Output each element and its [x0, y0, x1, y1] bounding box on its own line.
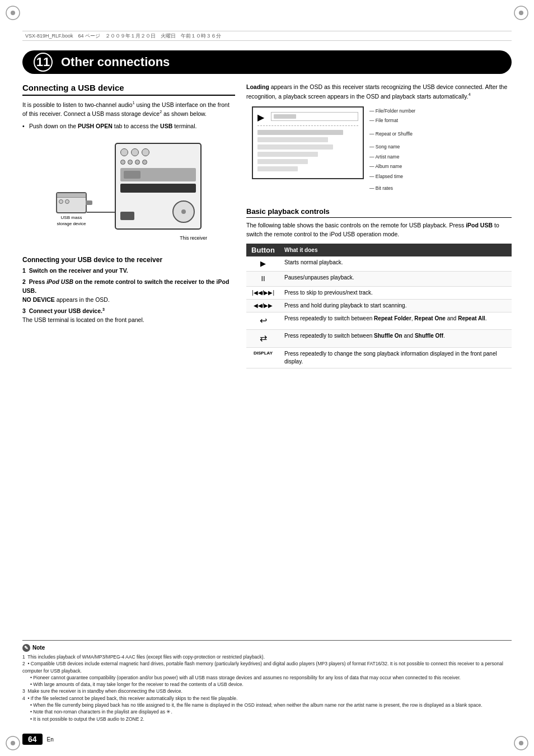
button-shuffle: ⇄: [246, 330, 280, 347]
right-column: Loading appears in the OSD as this recei…: [246, 83, 512, 722]
note-2b: • Pioneer cannot guarantee compatibility…: [22, 674, 512, 681]
table-row: ◀◀/▶▶ Press and hold during playback to …: [246, 299, 512, 312]
osd-label-repeat: — Repeat or Shuffle: [369, 129, 415, 139]
desc-skip: Press to skip to previous/next track.: [280, 286, 512, 299]
page-lang: En: [47, 736, 54, 743]
button-pause: II: [246, 271, 280, 286]
push-open-label: PUSH OPEN: [78, 123, 113, 129]
osd-label-album: — Album name: [369, 162, 415, 171]
footnote-ref-4: 4: [469, 92, 471, 96]
svg-point-7: [519, 741, 523, 745]
usb-label-bold: USB: [160, 123, 172, 129]
intro-text3: as shown below.: [162, 110, 207, 117]
device-illustration: USB massstorage device: [22, 137, 235, 249]
osd-label-file-folder: — File/Folder number: [369, 106, 415, 116]
desc-repeat: Press repeatedly to switch between Repea…: [280, 312, 512, 329]
chapter-title: Other connections: [61, 55, 170, 69]
controls-intro: The following table shows the basic cont…: [246, 221, 512, 239]
note-label: Note: [32, 645, 45, 651]
note-text: 1 This includes playback of WMA/MP3/MPEG…: [22, 654, 512, 722]
osd-label-elapsed: — Elapsed time: [369, 172, 415, 181]
col-header-what: What it does: [280, 244, 512, 256]
controls-table: Button What it does ▶ Starts normal play…: [246, 244, 512, 368]
table-row: ⇄ Press repeatedly to switch between Shu…: [246, 330, 512, 347]
col-header-button: Button: [246, 244, 280, 256]
chapter-heading: 11 Other connections: [22, 50, 512, 74]
button-skip: |◀◀/▶▶|: [246, 286, 280, 299]
note-4: 4 • If the file selected cannot be playe…: [22, 695, 512, 702]
section-title-usb: Connecting a USB device: [22, 83, 235, 96]
bullet-text1: Push down on the: [29, 123, 78, 129]
step-3: 3 Connect your USB device.3 The USB term…: [22, 306, 235, 324]
note-header: ✎ Note: [22, 644, 512, 652]
header-file-info: VSX-819H_RLF.book 64 ページ ２００９年１月２０日 火曜日 …: [25, 32, 221, 40]
chapter-number: 11: [34, 53, 53, 72]
note-4d: • It is not possible to output the USB a…: [22, 716, 512, 722]
osd-label-song: — Song name: [369, 142, 415, 152]
osd-label-bitrates: — Bit rates: [369, 184, 415, 193]
bullet-text2: tab to access the: [113, 123, 160, 129]
button-repeat: ↩: [246, 312, 280, 329]
note-4b: • When the file currently being played b…: [22, 702, 512, 708]
usb-cable: [87, 212, 115, 213]
table-row: |◀◀/▶▶| Press to skip to previous/next t…: [246, 286, 512, 299]
note-2: 2 • Compatible USB devices include exter…: [22, 660, 512, 674]
intro-paragraph: It is possible to listen to two-channel …: [22, 100, 235, 119]
loading-paragraph: Loading appears in the OSD as this recei…: [246, 83, 512, 101]
page-footer: 64 En: [22, 734, 54, 745]
osd-label-artist: — Artist name: [369, 152, 415, 162]
subsection-title-connect: Connecting your USB device to the receiv…: [22, 256, 235, 264]
svg-point-3: [519, 11, 523, 15]
bullet-text3: terminal.: [172, 123, 196, 129]
svg-point-1: [11, 11, 15, 15]
button-display: DISPLAY: [246, 347, 280, 368]
note-3: 3 Make sure the receiver is in standby w…: [22, 688, 512, 694]
corner-decoration-bl: [4, 735, 21, 752]
loading-label: Loading: [246, 83, 269, 90]
receiver-box: [115, 143, 202, 230]
intro-text1: It is possible to listen to two-channel …: [22, 101, 133, 108]
desc-play: Starts normal playback.: [280, 256, 512, 272]
step-2: 2 Press iPod USB on the remote control t…: [22, 278, 235, 304]
button-play: ▶: [246, 256, 280, 272]
svg-point-5: [11, 741, 15, 745]
usb-device-label: USB massstorage device: [56, 215, 87, 227]
page-number: 64: [22, 734, 43, 745]
corner-decoration-tr: [513, 4, 530, 21]
note-1: 1 This includes playback of WMA/MP3/MPEG…: [22, 654, 512, 660]
note-2c: • With large amounts of data, it may tak…: [22, 681, 512, 688]
table-row: II Pauses/unpauses playback.: [246, 271, 512, 286]
corner-decoration-br: [513, 735, 530, 752]
main-content: Connecting a USB device It is possible t…: [22, 83, 512, 722]
loading-desc: appears in the OSD as this receiver star…: [246, 83, 507, 99]
notes-section: ✎ Note 1 This includes playback of WMA/M…: [22, 640, 512, 722]
osd-diagram: ▶: [246, 106, 512, 202]
table-row: ▶ Starts normal playback.: [246, 256, 512, 272]
desc-pause: Pauses/unpauses playback.: [280, 271, 512, 286]
left-column: Connecting a USB device It is possible t…: [22, 83, 235, 722]
corner-decoration-tl: [4, 4, 21, 21]
step-1: 1 Switch on the receiver and your TV.: [22, 267, 235, 276]
table-row: ↩ Press repeatedly to switch between Rep…: [246, 312, 512, 329]
header-bar: VSX-819H_RLF.book 64 ページ ２００９年１月２０日 火曜日 …: [22, 31, 512, 41]
bullet-push-open: Push down on the PUSH OPEN tab to access…: [22, 122, 235, 131]
note-4c: • Note that non-roman characters in the …: [22, 708, 512, 715]
receiver-label: This receiver: [180, 235, 207, 241]
button-scan: ◀◀/▶▶: [246, 299, 280, 312]
osd-labels: — File/Folder number — File format — Rep…: [369, 106, 415, 193]
desc-display: Press repeatedly to change the song play…: [280, 347, 512, 368]
desc-shuffle: Press repeatedly to switch between Shuff…: [280, 330, 512, 347]
playback-title: Basic playback controls: [246, 207, 512, 218]
table-row: DISPLAY Press repeatedly to change the s…: [246, 347, 512, 368]
osd-label-file-format: — File format: [369, 116, 415, 125]
desc-scan: Press and hold during playback to start …: [280, 299, 512, 312]
note-icon: ✎: [22, 644, 30, 652]
osd-screen: ▶: [252, 106, 364, 179]
